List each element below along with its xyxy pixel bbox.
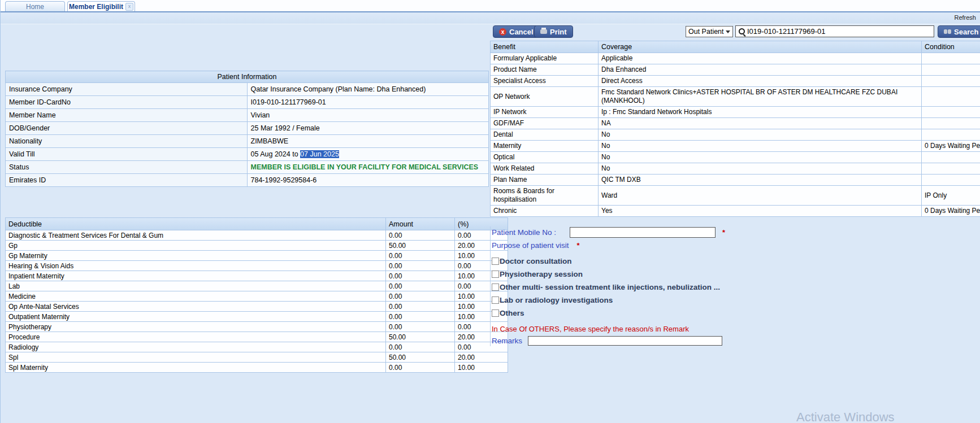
deductible-name-cell: Gp Maternity bbox=[6, 251, 386, 261]
benefit-cell: GDF/MAF bbox=[491, 118, 599, 129]
condition-cell bbox=[922, 118, 980, 129]
purpose-option: Lab or radiology investigations bbox=[492, 294, 829, 307]
purpose-option-label: Physiotherapy session bbox=[500, 270, 583, 278]
field-value: I019-010-121177969-01 bbox=[247, 96, 489, 109]
benefit-row: Formulary ApplicableApplicable bbox=[491, 53, 980, 64]
deductible-name-cell: Outpatient Maternity bbox=[6, 312, 386, 322]
search-box bbox=[735, 25, 934, 37]
coverage-cell: QIC TM DXB bbox=[599, 175, 922, 186]
search-input[interactable] bbox=[747, 27, 932, 36]
benefit-row: OpticalNo bbox=[491, 152, 980, 163]
deductible-amount-cell: 0.00 bbox=[386, 281, 455, 291]
condition-cell bbox=[922, 76, 980, 87]
remarks-input[interactable] bbox=[528, 336, 722, 346]
benefit-cell: Chronic bbox=[491, 206, 599, 217]
search-button[interactable]: Search bbox=[938, 25, 980, 38]
benefit-cell: Work Related bbox=[491, 163, 599, 175]
purpose-option: Other multi- session treatment like inje… bbox=[492, 281, 829, 294]
coverage-cell: No bbox=[599, 152, 922, 163]
field-value: 784-1992-9529584-6 bbox=[247, 174, 489, 187]
patient-type-select[interactable]: Out Patient bbox=[686, 26, 733, 37]
condition-cell: 0 Days Waiting Period bbox=[922, 141, 980, 152]
field-value: 05 Aug 2024 to 07 Jun 2025 bbox=[247, 148, 489, 161]
benefit-row: Plan NameQIC TM DXB bbox=[491, 175, 980, 186]
deductible-amount-cell: 0.00 bbox=[386, 312, 455, 322]
benefit-row: MaternityNo0 Days Waiting Period bbox=[491, 141, 980, 152]
benefit-row: IP NetworkIp : Fmc Standard Network Hosp… bbox=[491, 107, 980, 118]
condition-cell bbox=[922, 129, 980, 141]
field-label: Valid Till bbox=[6, 148, 248, 161]
tab-bar: Home Member Eligibilit x bbox=[1, 0, 980, 12]
benefit-row: Work RelatedNo bbox=[491, 163, 980, 175]
coverage-cell: Ip : Fmc Standard Network Hospitals bbox=[599, 107, 922, 118]
benefit-row: DentalNo bbox=[491, 129, 980, 141]
deductible-amount-cell: 0.00 bbox=[386, 251, 455, 261]
checkbox[interactable] bbox=[492, 296, 499, 304]
deductible-row: Medicine0.0010.00 bbox=[6, 291, 508, 302]
deductible-amount-cell: 50.00 bbox=[386, 332, 455, 342]
patient-info-row: DOB/Gender25 Mar 1992 / Female bbox=[6, 122, 489, 135]
coverage-header: Coverage bbox=[599, 41, 922, 53]
patient-info-row: StatusMEMBER IS ELIGIBLE IN YOUR FACILIT… bbox=[6, 161, 489, 174]
deductible-amount-cell: 0.00 bbox=[386, 342, 455, 352]
deductible-row: Radiology0.000.00 bbox=[6, 342, 508, 352]
deductible-name-cell: Gp bbox=[6, 241, 386, 251]
cancel-button[interactable]: x Cancel bbox=[493, 25, 540, 38]
coverage-cell: Dha Enhanced bbox=[599, 64, 922, 76]
checkbox[interactable] bbox=[492, 309, 499, 317]
patient-info-row: Insurance CompanyQatar Insurance Company… bbox=[6, 83, 489, 96]
deductible-name-cell: Spl Maternity bbox=[6, 363, 386, 373]
field-label: Status bbox=[6, 161, 248, 174]
coverage-cell: Applicable bbox=[599, 53, 922, 64]
checkbox[interactable] bbox=[492, 284, 499, 291]
tab-home[interactable]: Home bbox=[5, 1, 65, 11]
patient-mobile-input[interactable] bbox=[570, 227, 716, 238]
patient-info-title: Patient Information bbox=[6, 71, 489, 83]
print-button[interactable]: Print bbox=[534, 25, 573, 38]
deductible-row: Physiotherapy0.000.00 bbox=[6, 322, 508, 332]
checkbox[interactable] bbox=[492, 271, 499, 278]
deductible-name-cell: Procedure bbox=[6, 332, 386, 342]
condition-cell bbox=[922, 175, 980, 186]
coverage-cell: No bbox=[599, 141, 922, 152]
field-label: Nationality bbox=[6, 135, 248, 148]
tab-close-icon[interactable]: x bbox=[125, 3, 133, 11]
deductible-amount-cell: 0.00 bbox=[386, 322, 455, 332]
condition-cell bbox=[922, 152, 980, 163]
binocular-icon bbox=[944, 29, 951, 34]
deductible-name-cell: Op Ante-Natal Services bbox=[6, 302, 386, 312]
deductible-amount-cell: 0.00 bbox=[386, 271, 455, 281]
patient-mobile-row: Patient Mobile No : * bbox=[492, 226, 829, 238]
refresh-link[interactable]: Refresh bbox=[954, 14, 976, 21]
deductible-body: Diagnostic & Treatment Services For Dent… bbox=[6, 230, 508, 373]
purpose-option: Doctor consultation bbox=[492, 255, 829, 268]
toolbar-strip: Refresh bbox=[1, 12, 980, 24]
deductible-name-cell: Inpatient Maternity bbox=[6, 271, 386, 281]
condition-cell: 0 Days Waiting Period bbox=[922, 206, 980, 217]
deductible-header: Deductible bbox=[6, 218, 386, 230]
deductible-row: Inpatient Maternity0.0010.00 bbox=[6, 271, 508, 281]
deductible-name-cell: Hearing & Vision Aids bbox=[6, 261, 386, 271]
cancel-button-label: Cancel bbox=[509, 28, 534, 36]
selected-date-text: 07 Jun 2025 bbox=[300, 150, 339, 158]
field-value: ZIMBABWE bbox=[247, 135, 489, 148]
search-icon bbox=[739, 28, 745, 34]
field-value: Vivian bbox=[247, 109, 489, 122]
deductible-name-cell: Lab bbox=[6, 281, 386, 291]
checkbox[interactable] bbox=[492, 258, 499, 265]
coverage-cell: Ward bbox=[599, 186, 922, 206]
benefit-cell: Specialist Access bbox=[491, 76, 599, 87]
tab-member-eligibility[interactable]: Member Eligibilit x bbox=[67, 1, 135, 11]
benefit-row: ChronicYes0 Days Waiting Period bbox=[491, 206, 980, 217]
benefit-cell: Maternity bbox=[491, 141, 599, 152]
benefit-cell: Optical bbox=[491, 152, 599, 163]
deductible-name-cell: Medicine bbox=[6, 291, 386, 302]
deductible-row: Outpatient Maternity0.0010.00 bbox=[6, 312, 508, 322]
deductible-name-cell: Spl bbox=[6, 352, 386, 363]
purpose-option: Physiotherapy session bbox=[492, 268, 829, 281]
deductible-table: Deductible Amount (%) Diagnostic & Treat… bbox=[5, 217, 508, 373]
deductible-amount-cell: 0.00 bbox=[386, 302, 455, 312]
remarks-label: Remarks bbox=[492, 337, 528, 345]
field-label: Member ID-CardNo bbox=[6, 96, 248, 109]
field-label: Member Name bbox=[6, 109, 248, 122]
